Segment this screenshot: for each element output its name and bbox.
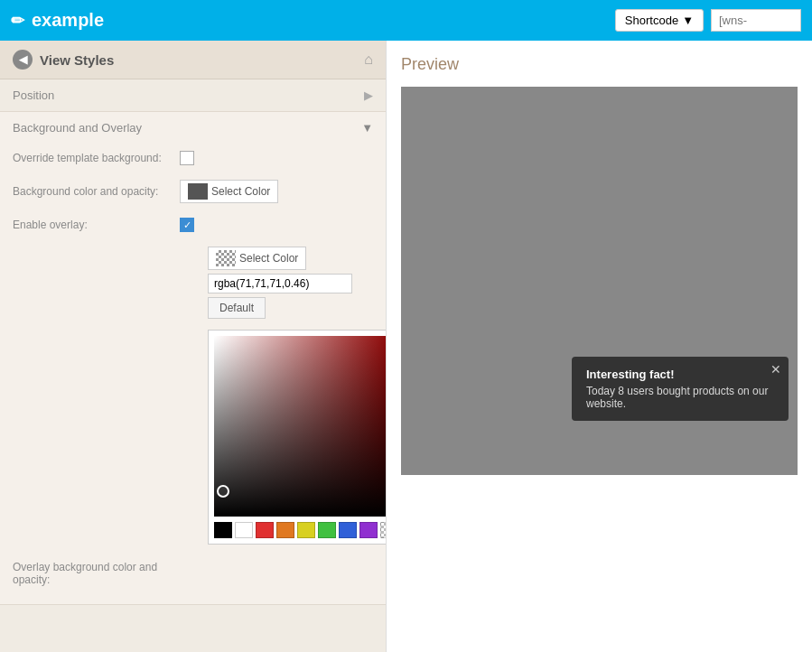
swatch-transparent1[interactable]: [380, 522, 387, 538]
position-label: Position: [13, 88, 54, 102]
overlay-color-swatch: [216, 250, 236, 266]
position-section[interactable]: Position ▶: [0, 79, 386, 112]
notification-title: Interesting fact!: [586, 368, 774, 381]
overlay-bg-label: Overlay background color and opacity:: [13, 561, 171, 586]
notification-close-button[interactable]: ✕: [770, 362, 781, 377]
enable-overlay-checkbox[interactable]: ✓: [180, 218, 194, 232]
view-styles-title: View Styles: [40, 52, 114, 68]
picker-cursor[interactable]: [217, 485, 229, 498]
notification-body: Today 8 users bought products on our web…: [586, 385, 774, 410]
overlay-select-color-label: Select Color: [239, 252, 298, 265]
shortcode-input[interactable]: [711, 9, 801, 32]
home-icon[interactable]: ⌂: [364, 51, 373, 68]
swatch-blue[interactable]: [339, 522, 357, 538]
back-arrow-icon: ◀: [19, 53, 27, 66]
swatch-white[interactable]: [235, 522, 253, 538]
bg-color-swatch: [188, 183, 208, 200]
bg-overlay-label: Background and Overlay: [13, 121, 142, 135]
bg-color-label: Background color and opacity:: [13, 185, 171, 198]
position-arrow-icon: ▶: [364, 88, 373, 102]
swatch-green[interactable]: [318, 522, 336, 538]
shortcode-button[interactable]: Shortcode ▼: [615, 9, 704, 32]
preview-title: Preview: [401, 55, 798, 74]
enable-overlay-control: ✓: [180, 218, 194, 232]
swatch-red[interactable]: [256, 522, 274, 538]
picker-main: [214, 336, 387, 517]
app-title: example: [32, 10, 104, 31]
back-button[interactable]: ◀: [13, 50, 33, 70]
override-template-label: Override template background:: [13, 152, 171, 164]
default-button[interactable]: Default: [208, 297, 266, 319]
rgba-input[interactable]: [208, 274, 352, 293]
header-right: Shortcode ▼: [615, 9, 801, 32]
override-template-control: [180, 151, 194, 165]
enable-overlay-row: Enable overlay: ✓: [0, 210, 386, 239]
override-template-row: Override template background:: [0, 144, 386, 172]
notification-popup: ✕ Interesting fact! Today 8 users bought…: [572, 357, 789, 421]
view-styles-header: ◀ View Styles ⌂: [0, 41, 386, 79]
override-template-checkbox[interactable]: [180, 151, 194, 165]
overlay-select-color-button[interactable]: Select Color: [208, 247, 306, 270]
bg-overlay-arrow-icon: ▼: [361, 121, 373, 135]
pencil-icon: ✏: [11, 11, 24, 31]
bg-overlay-section: Background and Overlay ▼ Override templa…: [0, 112, 386, 605]
header-left: ✏ example: [11, 10, 104, 31]
overlay-bg-row: Overlay background color and opacity:: [0, 552, 386, 604]
swatch-purple[interactable]: [359, 522, 378, 538]
sidebar: ◀ View Styles ⌂ Position ▶ Background an…: [0, 41, 387, 652]
preview-box: ✕ Interesting fact! Today 8 users bought…: [401, 87, 798, 475]
color-picker-panel: [208, 330, 387, 545]
bg-color-control: Select Color: [180, 180, 278, 203]
bg-select-color-button[interactable]: Select Color: [180, 180, 278, 203]
picker-gradient[interactable]: [214, 336, 387, 517]
shortcode-arrow-icon: ▼: [682, 14, 694, 27]
swatch-orange[interactable]: [276, 522, 294, 538]
enable-overlay-label: Enable overlay:: [13, 219, 171, 231]
main-layout: ◀ View Styles ⌂ Position ▶ Background an…: [0, 41, 812, 652]
view-styles-left: ◀ View Styles: [13, 50, 114, 70]
header: ✏ example Shortcode ▼: [0, 0, 812, 41]
bg-color-row: Background color and opacity: Select Col…: [0, 172, 386, 210]
swatch-row: [214, 522, 387, 538]
swatch-black[interactable]: [214, 522, 232, 538]
bg-select-color-label: Select Color: [211, 185, 270, 198]
swatch-yellow[interactable]: [297, 522, 315, 538]
overlay-color-row: Select Color Default: [0, 239, 386, 326]
default-label: Default: [219, 302, 254, 314]
bg-overlay-header[interactable]: Background and Overlay ▼: [0, 112, 386, 144]
shortcode-label: Shortcode: [625, 14, 678, 27]
preview-area: Preview ✕ Interesting fact! Today 8 user…: [387, 41, 812, 652]
